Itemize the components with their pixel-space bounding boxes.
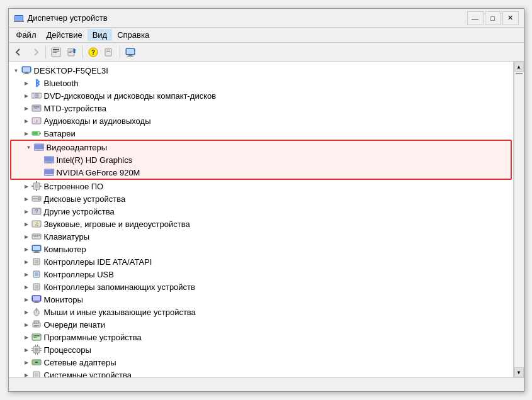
audio-node[interactable]: ♪ Аудиовходы и аудиовыходы [9,114,513,127]
svg-rect-21 [23,67,30,72]
svg-rect-75 [35,301,38,303]
firmware-label: Встроенное ПО [44,182,104,191]
forward-button[interactable] [28,45,43,60]
scrollbar[interactable]: ▲ ▼ [514,62,524,377]
svg-rect-18 [128,55,132,56]
scroll-track [514,75,524,367]
menu-action[interactable]: Действие [41,29,87,41]
usb-expand[interactable] [21,269,31,279]
svg-text:?: ? [35,208,38,214]
properties-button[interactable] [48,45,64,60]
mouse-expand[interactable] [21,307,31,317]
bluetooth-expand[interactable] [21,78,31,88]
scroll-down-button[interactable]: ▼ [514,367,524,377]
menu-file[interactable]: Файл [11,29,42,41]
title-bar: Диспетчер устройств — □ ✕ [9,9,524,28]
storage-node[interactable]: Контроллеры запоминающих устройств [9,281,513,293]
svg-rect-68 [35,260,38,264]
firmware-expand[interactable] [21,181,31,191]
bluetooth-node[interactable]: Bluetooth [9,77,513,89]
network-label: Сетевые адаптеры [44,358,116,367]
system-expand[interactable] [21,370,31,377]
system-node[interactable]: Системные устройства [9,369,513,377]
svg-rect-13 [105,48,111,56]
mtd-expand[interactable] [21,103,31,113]
svg-rect-52 [33,198,37,199]
intel-node[interactable]: Intel(R) HD Graphics [11,153,511,166]
menu-help[interactable]: Справка [112,29,154,41]
svg-rect-59 [35,235,36,236]
back-button[interactable] [11,45,26,60]
keyboard-expand[interactable] [21,231,31,242]
scan-button[interactable] [102,45,117,60]
cpu-expand[interactable] [21,345,31,355]
print-icon [31,319,42,330]
toolbar-separator-2 [82,46,83,58]
minimize-button[interactable]: — [467,11,484,25]
sound-expand[interactable] [21,219,31,229]
print-expand[interactable] [21,319,31,330]
update-button[interactable] [65,45,80,60]
help-button[interactable]: ? [86,45,101,60]
sound-node[interactable]: ♫ Звуковые, игровые и видеоустройства [9,218,513,230]
cpu-node[interactable]: Процессоры [9,343,513,356]
close-button[interactable]: ✕ [502,11,519,25]
usb-node[interactable]: Контроллеры USB [9,268,513,281]
root-expand[interactable] [11,65,21,75]
battery-expand[interactable] [21,128,31,138]
svg-text:?: ? [91,49,94,56]
usb-icon [31,269,42,279]
root-node[interactable]: DESKTOP-F5QEL3I [9,64,513,77]
svg-rect-99 [35,362,38,363]
svg-rect-5 [53,51,59,52]
software-expand[interactable] [21,332,31,342]
mouse-node[interactable]: Мыши и иные указывающие устройства [9,306,513,318]
firmware-node[interactable]: Встроенное ПО [9,180,513,192]
svg-rect-93 [35,345,36,347]
computer-node[interactable]: Компьютер [9,243,513,255]
dvd-node[interactable]: DVD-дисководы и дисководы компакт-дисков [9,89,513,102]
network-node[interactable]: Сетевые адаптеры [9,356,513,369]
computer-expand[interactable] [21,244,31,254]
video-node[interactable]: Видеоадаптеры [11,141,511,153]
keyboard-node[interactable]: Клавиатуры [9,230,513,243]
scroll-up-button[interactable]: ▲ [514,62,524,72]
storage-label: Контроллеры запоминающих устройств [44,282,195,292]
toolbar-separator-1 [45,46,46,58]
nvidia-node[interactable]: NVIDIA GeForce 920M [11,166,511,179]
mouse-label: Мыши и иные указывающие устройства [44,308,196,317]
video-group-highlight: Видеоадаптеры Intel(R) HD Graphics [10,140,512,180]
ide-expand[interactable] [21,257,31,267]
other-node[interactable]: ? Другие устройства [9,205,513,218]
root-label: DESKTOP-F5QEL3I [34,66,108,75]
audio-expand[interactable] [21,116,31,126]
mtd-node[interactable]: MTD-устройства [9,102,513,114]
other-expand[interactable] [21,206,31,216]
dvd-expand[interactable] [21,91,31,101]
storage-expand[interactable] [21,282,31,292]
monitors-expand[interactable] [21,294,31,304]
scroll-thumb[interactable] [516,73,523,74]
print-node[interactable]: Очереди печати [9,318,513,331]
maximize-button[interactable]: □ [485,11,501,25]
svg-rect-43 [47,175,52,175]
disk-node[interactable]: Дисковые устройства [9,192,513,205]
nvidia-icon [44,167,54,177]
svg-rect-76 [33,303,40,303]
svg-rect-28 [33,106,40,108]
monitors-node[interactable]: Мониторы [9,293,513,306]
network-expand[interactable] [21,357,31,367]
disk-expand[interactable] [21,194,31,204]
svg-rect-39 [45,157,54,162]
svg-point-51 [38,197,40,200]
battery-node[interactable]: Батареи [9,127,513,140]
software-label: Программные устройства [44,333,142,342]
menu-view[interactable]: Вид [88,29,113,41]
monitor-button[interactable] [123,45,138,60]
svg-rect-83 [34,326,37,327]
software-node[interactable]: Программные устройства [9,331,513,343]
video-expand[interactable] [24,142,34,152]
ide-node[interactable]: Контроллеры IDE ATA/ATAPI [9,255,513,268]
window-icon [14,13,24,23]
device-tree[interactable]: DESKTOP-F5QEL3I Bluetooth [9,62,514,377]
